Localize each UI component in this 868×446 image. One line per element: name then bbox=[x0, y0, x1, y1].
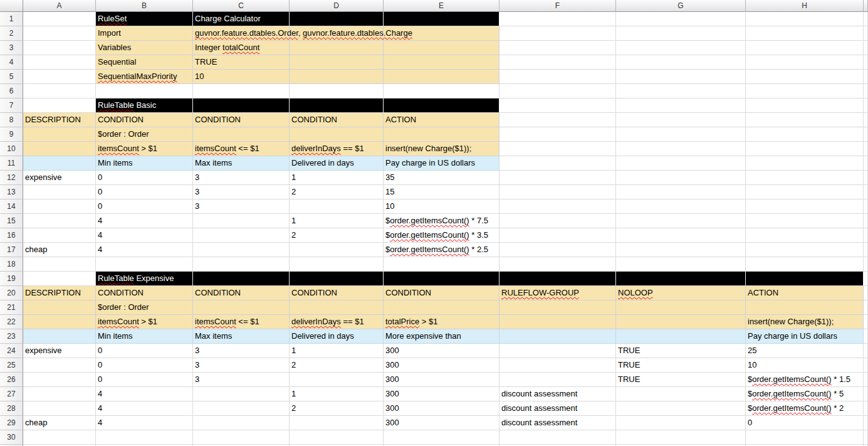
select-all-corner[interactable] bbox=[0, 0, 23, 12]
cell-B29[interactable]: 4 bbox=[96, 416, 193, 430]
cell-I26[interactable] bbox=[864, 373, 868, 387]
cell-E29[interactable]: 300 bbox=[384, 416, 499, 430]
cell-B22[interactable]: itemsCount > $1 bbox=[96, 315, 193, 329]
cell-C20[interactable]: CONDITION bbox=[193, 286, 290, 300]
cell-A24[interactable]: expensive bbox=[23, 344, 96, 358]
cell-H1[interactable] bbox=[746, 12, 864, 26]
cell-F28[interactable]: discount assessment bbox=[499, 401, 616, 416]
cell-D26[interactable] bbox=[290, 373, 384, 387]
cell-B27[interactable]: 4 bbox=[96, 387, 193, 401]
cell-A26[interactable] bbox=[23, 373, 96, 387]
cell-D5[interactable] bbox=[290, 70, 384, 84]
cell-C24[interactable]: 3 bbox=[193, 344, 290, 358]
cell-C10[interactable]: itemsCount <= $1 bbox=[193, 142, 290, 156]
cell-H8[interactable] bbox=[746, 113, 864, 127]
cell-G14[interactable] bbox=[616, 199, 746, 214]
cell-E6[interactable] bbox=[384, 84, 499, 98]
cell-E11[interactable]: Pay charge in US dollars bbox=[384, 156, 499, 171]
cell-D27[interactable]: 1 bbox=[290, 387, 384, 401]
row-header-12[interactable]: 12 bbox=[0, 171, 23, 185]
column-header-F[interactable]: F bbox=[499, 0, 616, 12]
cell-C9[interactable] bbox=[193, 127, 290, 142]
cell-C22[interactable]: itemsCount <= $1 bbox=[193, 315, 290, 329]
row-header-28[interactable]: 28 bbox=[0, 401, 23, 416]
cell-D9[interactable] bbox=[290, 127, 384, 142]
cell-H22[interactable]: insert(new Charge($1)); bbox=[746, 315, 864, 329]
cell-I22[interactable] bbox=[864, 315, 868, 329]
cell-B25[interactable]: 0 bbox=[96, 358, 193, 373]
cell-E15[interactable]: $order.getItemsCount() * 7.5 bbox=[384, 214, 499, 228]
cell-E22[interactable]: totalPrice > $1 bbox=[384, 315, 499, 329]
cell-H2[interactable] bbox=[746, 26, 864, 41]
cell-I1[interactable] bbox=[864, 12, 868, 26]
cell-C14[interactable]: 3 bbox=[193, 199, 290, 214]
cell-A28[interactable] bbox=[23, 401, 96, 416]
cell-G26[interactable]: TRUE bbox=[616, 373, 746, 387]
cell-C1[interactable]: Charge Calculator bbox=[193, 12, 290, 26]
cell-D16[interactable]: 2 bbox=[290, 228, 384, 243]
cell-F11[interactable] bbox=[499, 156, 616, 171]
cell-H25[interactable]: 10 bbox=[746, 358, 864, 373]
cell-H12[interactable] bbox=[746, 171, 864, 185]
cell-D13[interactable]: 2 bbox=[290, 185, 384, 199]
cell-D12[interactable]: 1 bbox=[290, 171, 384, 185]
cell-D22[interactable]: deliverInDays == $1 bbox=[290, 315, 384, 329]
cell-I9[interactable] bbox=[864, 127, 868, 142]
cell-G12[interactable] bbox=[616, 171, 746, 185]
cell-G22[interactable] bbox=[616, 315, 746, 329]
cell-C15[interactable] bbox=[193, 214, 290, 228]
row-header-5[interactable]: 5 bbox=[0, 70, 23, 84]
cell-E24[interactable]: 300 bbox=[384, 344, 499, 358]
cell-B16[interactable]: 4 bbox=[96, 228, 193, 243]
cell-F4[interactable] bbox=[499, 55, 616, 70]
cell-H3[interactable] bbox=[746, 41, 864, 55]
cell-G4[interactable] bbox=[616, 55, 746, 70]
cell-A17[interactable]: cheap bbox=[23, 243, 96, 257]
cell-E18[interactable] bbox=[384, 257, 499, 272]
cell-F12[interactable] bbox=[499, 171, 616, 185]
cell-A18[interactable] bbox=[23, 257, 96, 272]
cell-G10[interactable] bbox=[616, 142, 746, 156]
cell-C30[interactable] bbox=[193, 430, 290, 445]
cell-I10[interactable] bbox=[864, 142, 868, 156]
cell-I30[interactable] bbox=[864, 430, 868, 445]
cell-H9[interactable] bbox=[746, 127, 864, 142]
cell-E25[interactable]: 300 bbox=[384, 358, 499, 373]
cell-B7[interactable]: RuleTable Basic bbox=[96, 98, 193, 113]
cell-B19[interactable]: RuleTable Expensive bbox=[96, 272, 193, 286]
cell-E26[interactable]: 300 bbox=[384, 373, 499, 387]
cell-H11[interactable] bbox=[746, 156, 864, 171]
cell-C11[interactable]: Max items bbox=[193, 156, 290, 171]
cell-G5[interactable] bbox=[616, 70, 746, 84]
cell-G25[interactable]: TRUE bbox=[616, 358, 746, 373]
cell-B14[interactable]: 0 bbox=[96, 199, 193, 214]
cell-C12[interactable]: 3 bbox=[193, 171, 290, 185]
cell-I14[interactable] bbox=[864, 199, 868, 214]
cell-G16[interactable] bbox=[616, 228, 746, 243]
cell-E9[interactable] bbox=[384, 127, 499, 142]
column-header-D[interactable]: D bbox=[290, 0, 384, 12]
row-header-11[interactable]: 11 bbox=[0, 156, 23, 171]
cell-B13[interactable]: 0 bbox=[96, 185, 193, 199]
cell-H5[interactable] bbox=[746, 70, 864, 84]
cell-B15[interactable]: 4 bbox=[96, 214, 193, 228]
cell-H18[interactable] bbox=[746, 257, 864, 272]
cell-D6[interactable] bbox=[290, 84, 384, 98]
cell-H20[interactable]: ACTION bbox=[746, 286, 864, 300]
cell-H16[interactable] bbox=[746, 228, 864, 243]
cell-B12[interactable]: 0 bbox=[96, 171, 193, 185]
cell-G1[interactable] bbox=[616, 12, 746, 26]
row-header-6[interactable]: 6 bbox=[0, 84, 23, 98]
cell-B10[interactable]: itemsCount > $1 bbox=[96, 142, 193, 156]
row-header-9[interactable]: 9 bbox=[0, 127, 23, 142]
cell-A1[interactable] bbox=[23, 12, 96, 26]
cell-F22[interactable] bbox=[499, 315, 616, 329]
cell-G27[interactable] bbox=[616, 387, 746, 401]
cell-A5[interactable] bbox=[23, 70, 96, 84]
cell-A20[interactable]: DESCRIPTION bbox=[23, 286, 96, 300]
cell-B4[interactable]: Sequential bbox=[96, 55, 193, 70]
cell-H23[interactable]: Pay charge in US dollars bbox=[746, 329, 864, 344]
cell-F17[interactable] bbox=[499, 243, 616, 257]
cell-I5[interactable] bbox=[864, 70, 868, 84]
cell-F3[interactable] bbox=[499, 41, 616, 55]
